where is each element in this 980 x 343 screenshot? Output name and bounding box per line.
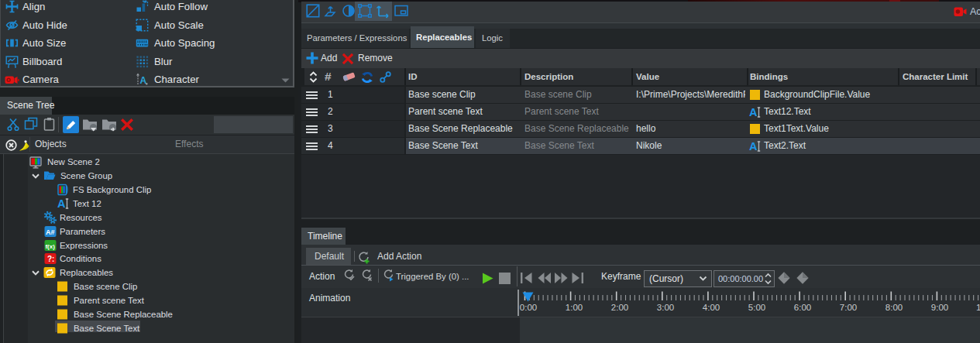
svg-text:A: A — [749, 106, 758, 118]
svg-text:A#: A# — [46, 228, 55, 236]
svg-text:f(x): f(x) — [45, 243, 55, 250]
svg-text:A: A — [749, 140, 758, 153]
svg-text:A: A — [57, 197, 66, 210]
svg-text:A: A — [140, 75, 147, 86]
svg-text:?:: ?: — [47, 255, 54, 263]
